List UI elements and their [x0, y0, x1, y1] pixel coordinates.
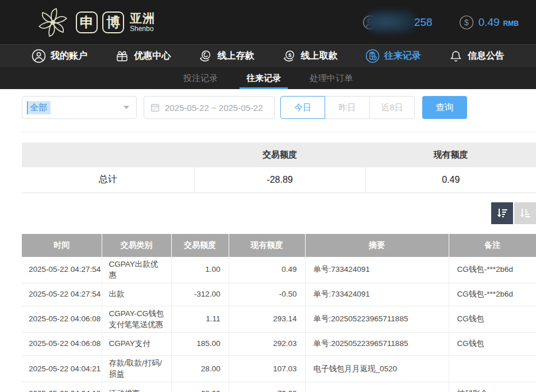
summary-header-transaction: 交易额度 [194, 143, 365, 167]
sort-descending-button[interactable] [491, 202, 513, 224]
table-cell: CG钱包 [449, 332, 536, 355]
sort-ascending-button[interactable] [514, 202, 536, 224]
category-select-value: 全部 [27, 101, 51, 114]
table-cell [449, 355, 536, 382]
section-divider [22, 132, 536, 132]
table-cell: 107.03 [229, 355, 305, 382]
user-icon [363, 15, 377, 30]
table-cell: 293.14 [229, 306, 305, 332]
filter-row: 全部 2025-05-22 ~ 2025-05-22 今日 昨日 近8日 查询 [22, 96, 536, 119]
balance-amount: 0.49 [479, 16, 500, 29]
table-cell: 1.11 [171, 306, 229, 332]
table-cell: 单号:733424091 [305, 257, 449, 283]
quick-date-group: 今日 昨日 近8日 [280, 96, 415, 119]
summary-total-balance: 0.49 [365, 167, 536, 193]
main-nav: 我的账户 优惠中心 线上存款 $ 线上取款 [0, 44, 536, 67]
deposit-icon [198, 49, 213, 63]
table-cell: 出款 [102, 283, 171, 306]
table-cell: 神秘彩金 [449, 382, 536, 392]
table-cell: -312.00 [171, 283, 229, 306]
account-username[interactable]: 258 [363, 15, 433, 30]
table-cell: CGPAY支付 [102, 332, 171, 355]
tab-transaction-records[interactable]: 往来记录 [244, 67, 283, 89]
last-8-days-button[interactable]: 近8日 [370, 96, 415, 119]
username-suffix: 258 [414, 16, 433, 29]
summary-total-row: 总计 -28.89 0.49 [22, 167, 536, 193]
column-header: 交易额度 [171, 234, 229, 257]
brand-region: 亚洲 [130, 12, 155, 24]
table-cell: CGPAY-CG钱包支付笔笔送优惠 [102, 306, 171, 332]
summary-header-balance: 现有额度 [365, 143, 536, 167]
summary-total-label: 总计 [22, 167, 194, 193]
summary-header-row: 交易额度 现有额度 [22, 143, 536, 167]
tab-pending-orders[interactable]: 处理中订单 [307, 67, 355, 89]
nav-label: 信息公告 [468, 50, 504, 62]
nav-label: 往来记录 [384, 50, 421, 62]
table-cell: 2025-05-22 04:06:08 [22, 306, 102, 332]
table-cell: 单号:733424091 [305, 283, 449, 306]
table-cell: 185.00 [171, 332, 229, 355]
table-cell: 1.00 [171, 257, 229, 283]
search-button[interactable]: 查询 [422, 96, 467, 119]
brand-char-shen: 申 [76, 11, 98, 33]
table-cell: 单号:202505223965711885 [305, 306, 449, 332]
flower-logo-icon [34, 4, 71, 41]
table-cell: CG钱包-***2b6d [449, 283, 536, 306]
date-range-value: 2025-05-22 ~ 2025-05-22 [165, 103, 263, 113]
table-cell: CG钱包 [449, 306, 536, 332]
table-cell: 0.49 [229, 257, 305, 283]
date-range-input[interactable]: 2025-05-22 ~ 2025-05-22 [144, 96, 275, 119]
table-cell: 电子钱包月月返现_0520 [305, 355, 449, 382]
nav-label: 优惠中心 [134, 50, 171, 62]
records-icon [365, 49, 380, 63]
withdraw-icon: $ [282, 49, 296, 63]
nav-item-withdraw[interactable]: $ 线上取款 [282, 49, 338, 63]
summary-total-transaction: -28.89 [194, 167, 365, 193]
nav-item-deposit[interactable]: 线上存款 [198, 49, 254, 63]
bell-icon [449, 49, 463, 63]
column-header: 现有额度 [229, 234, 305, 257]
svg-text:$: $ [464, 18, 469, 27]
svg-text:$: $ [288, 52, 291, 58]
nav-item-promotions[interactable]: 优惠中心 [115, 49, 171, 63]
column-header: 交易类别 [102, 234, 171, 257]
sort-descending-icon [495, 206, 509, 220]
table-cell: CGPAY出款优惠 [102, 257, 171, 283]
table-header-row: 时间交易类别交易额度现有额度摘要备注 [22, 234, 536, 257]
balance-display: $ 0.49 RMB [459, 15, 519, 30]
user-icon [32, 49, 46, 63]
table-cell: 68.00 [171, 382, 229, 392]
nav-item-transaction-records[interactable]: 往来记录 [365, 49, 421, 63]
today-button[interactable]: 今日 [280, 96, 325, 119]
tab-betting-records[interactable]: 投注记录 [181, 67, 220, 89]
table-cell: 2025-05-22 04:27:54 [22, 257, 102, 283]
yesterday-button[interactable]: 昨日 [325, 96, 370, 119]
column-header: 摘要 [305, 234, 449, 257]
calendar-icon [150, 102, 160, 113]
brand-subtitle: Shenbo [130, 25, 155, 32]
brand-logo[interactable]: 申 博 亚洲 Shenbo [34, 4, 155, 41]
table-row: 2025-05-22 04:06:08CGPAY-CG钱包支付笔笔送优惠1.11… [22, 306, 536, 332]
sub-nav: 投注记录 往来记录 处理中订单 [0, 67, 536, 89]
table-cell: 2025-05-22 04:27:54 [22, 283, 102, 306]
table-row: 2025-05-22 04:04:21存款/取款/打码/损益28.00107.0… [22, 355, 536, 382]
table-row: 2025-05-22 04:27:54CGPAY出款优惠1.000.49单号:7… [22, 257, 536, 283]
table-cell: CG钱包-***2b6d [449, 257, 536, 283]
dollar-icon: $ [459, 15, 474, 30]
balance-currency: RMB [503, 17, 519, 28]
table-cell [305, 382, 449, 392]
table-cell: 28.00 [171, 355, 229, 382]
nav-label: 线上取款 [301, 50, 338, 62]
table-row: 2025-05-22 04:04:18活动优惠68.0079.03神秘彩金 [22, 382, 536, 392]
category-select[interactable]: 全部 [22, 96, 137, 119]
table-cell: -0.50 [229, 283, 305, 306]
brand-char-bo: 博 [102, 11, 124, 33]
nav-item-announcements[interactable]: 信息公告 [449, 49, 504, 63]
nav-item-my-account[interactable]: 我的账户 [32, 49, 87, 63]
nav-label: 我的账户 [51, 50, 87, 62]
transactions-table: 时间交易类别交易额度现有额度摘要备注 2025-05-22 04:27:54CG… [22, 234, 536, 392]
summary-table: 交易额度 现有额度 总计 -28.89 0.49 [22, 143, 536, 193]
table-cell: 2025-05-22 04:06:08 [22, 332, 102, 355]
column-header: 时间 [22, 234, 102, 257]
summary-header-empty [22, 143, 194, 167]
